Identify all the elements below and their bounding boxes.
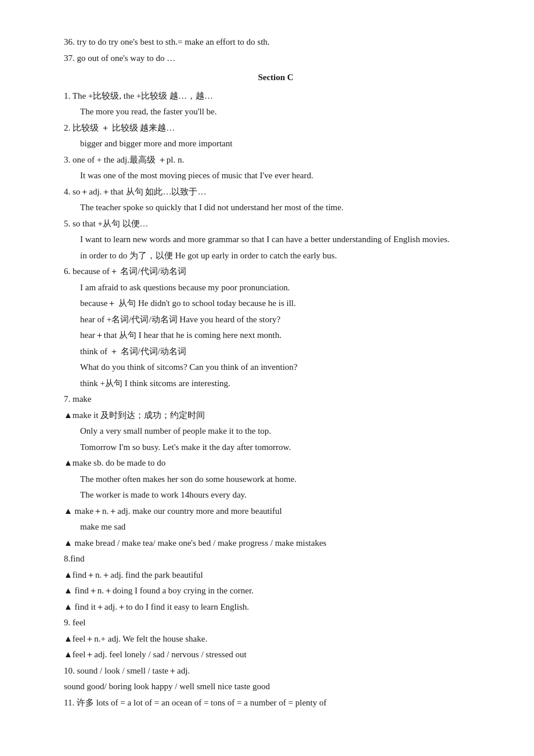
s6-header: 6. because of＋ 名词/代词/动名词	[64, 264, 488, 279]
s5-example2: in order to do 为了，以便 He got up early in …	[64, 249, 488, 264]
s9-b1: ▲feel＋n.+ adj. We felt the house shake.	[64, 632, 488, 647]
s9-header: 9. feel	[64, 615, 488, 631]
s3-example: It was one of the most moving pieces of …	[64, 168, 488, 183]
s7-b1-e2: Tomorrow I'm so busy. Let's make it the …	[64, 440, 488, 455]
s6-e1: I am afraid to ask questions because my …	[64, 280, 488, 296]
s7-b2: ▲make sb. do be made to do	[64, 456, 488, 471]
s3-header: 3. one of + the adj.最高级 ＋pl. n.	[64, 153, 488, 168]
s8-b1: ▲find＋n.＋adj. find the park beautiful	[64, 568, 488, 583]
s9-b2: ▲feel＋adj. feel lonely / sad / nervous /…	[64, 647, 488, 663]
s6-e3: hear of +名词/代词/动名词 Have you heard of the…	[64, 312, 488, 327]
s8-b2: ▲ find＋n.＋doing I found a boy crying in …	[64, 584, 488, 599]
s4-example: The teacher spoke so quickly that I did …	[64, 200, 488, 215]
s8-b3: ▲ find it＋adj.＋to do I find it easy to l…	[64, 600, 488, 615]
section-c-title: Section C	[64, 70, 488, 85]
s7-b1: ▲make it 及时到达；成功；约定时间	[64, 408, 488, 423]
s1-example: The more you read, the faster you'll be.	[64, 105, 488, 120]
s4-header: 4. so＋adj.＋that 从句 如此…以致于…	[64, 185, 488, 200]
s1-header: 1. The +比较级, the +比较级 越…，越…	[64, 89, 488, 104]
s6-e2: because＋ 从句 He didn't go to school today…	[64, 296, 488, 311]
s6-e4: hear＋that 从句 I hear that he is coming he…	[64, 328, 488, 343]
s7-header: 7. make	[64, 392, 488, 407]
s7-b1-e1: Only a very small number of people make …	[64, 424, 488, 439]
s11-header: 11. 许多 lots of = a lot of = an ocean of …	[64, 696, 488, 711]
line-37: 37. go out of one's way to do …	[64, 51, 488, 66]
s8-header: 8.find	[64, 552, 488, 567]
s6-e5: think of ＋ 名词/代词/动名词	[64, 344, 488, 359]
s6-e7: think +从句 I think sitcoms are interestin…	[64, 376, 488, 391]
s5-example1: I want to learn new words and more gramm…	[64, 232, 488, 247]
line-36: 36. try to do try one's best to sth.= ma…	[64, 35, 488, 50]
s6-e6: What do you think of sitcoms? Can you th…	[64, 360, 488, 375]
s7-b2-e2: The worker is made to work 14hours every…	[64, 488, 488, 503]
s2-examples: bigger and bigger more and more importan…	[64, 136, 488, 152]
s7-b3-e1: make me sad	[64, 520, 488, 535]
s2-header: 2. 比较级 ＋ 比较级 越来越…	[64, 121, 488, 136]
main-content: 36. try to do try one's best to sth.= ma…	[64, 35, 488, 710]
s5-header: 5. so that +从句 以便…	[64, 217, 488, 232]
s10-header: 10. sound / look / smell / taste＋adj.	[64, 664, 488, 679]
s7-b4: ▲ make bread / make tea/ make one's bed …	[64, 536, 488, 551]
s7-b3: ▲ make＋n.＋adj. make our country more and…	[64, 504, 488, 519]
s7-b2-e1: The mother often makes her son do some h…	[64, 472, 488, 487]
s10-e1: sound good/ boring look happy / well sme…	[64, 679, 488, 694]
